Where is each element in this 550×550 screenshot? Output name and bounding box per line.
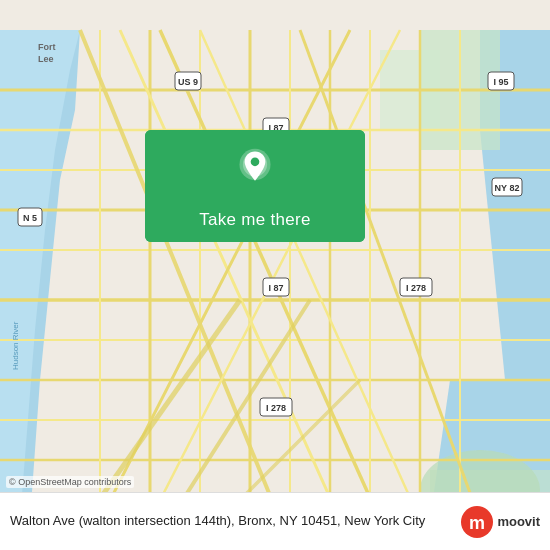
moovit-logo-icon: m (461, 506, 493, 538)
moovit-m-icon: m (466, 511, 488, 533)
pin-section (145, 130, 365, 200)
map-attribution: © OpenStreetMap contributors (6, 476, 134, 488)
svg-point-55 (251, 158, 260, 167)
svg-text:NY 82: NY 82 (495, 183, 520, 193)
take-me-there-container: Take me there (145, 130, 365, 242)
svg-text:US 9: US 9 (178, 77, 198, 87)
svg-text:m: m (469, 513, 485, 533)
moovit-logo-text: moovit (497, 514, 540, 529)
svg-text:Fort: Fort (38, 42, 56, 52)
svg-text:I 278: I 278 (266, 403, 286, 413)
svg-text:I 87: I 87 (268, 283, 283, 293)
location-text: Walton Ave (walton intersection 144th), … (10, 512, 451, 530)
moovit-logo[interactable]: m moovit (461, 506, 540, 538)
bottom-bar: Walton Ave (walton intersection 144th), … (0, 492, 550, 550)
svg-text:Hudson River: Hudson River (11, 321, 20, 370)
button-label: Take me there (145, 200, 365, 242)
map-container: I 87 I 87 I 95 I 278 I 278 US 9 N 5 NY 8… (0, 0, 550, 550)
svg-text:N 5: N 5 (23, 213, 37, 223)
location-pin-icon (236, 148, 274, 186)
svg-text:Lee: Lee (38, 54, 54, 64)
svg-text:I 278: I 278 (406, 283, 426, 293)
map-background: I 87 I 87 I 95 I 278 I 278 US 9 N 5 NY 8… (0, 0, 550, 550)
take-me-there-button[interactable]: Take me there (145, 130, 365, 242)
svg-text:I 95: I 95 (493, 77, 508, 87)
